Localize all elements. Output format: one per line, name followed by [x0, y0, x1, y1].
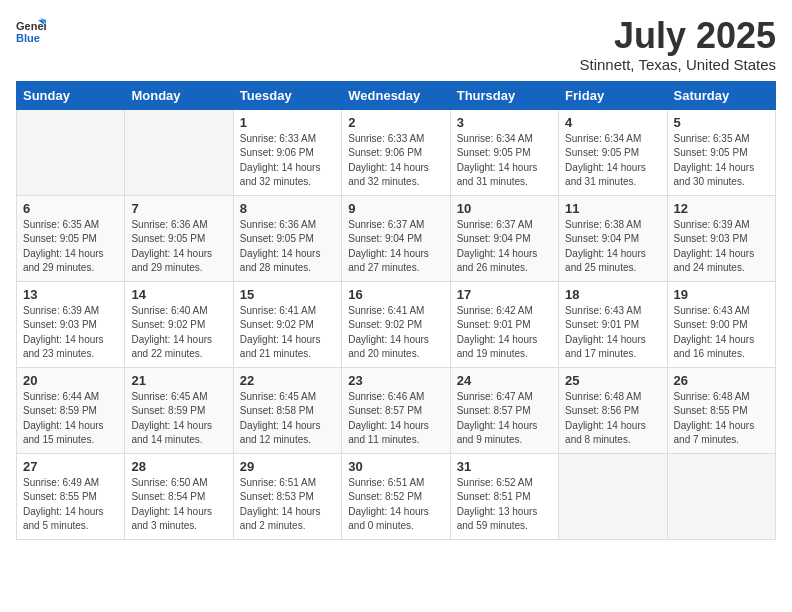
calendar-cell: 14Sunrise: 6:40 AM Sunset: 9:02 PM Dayli… [125, 281, 233, 367]
day-info: Sunrise: 6:52 AM Sunset: 8:51 PM Dayligh… [457, 476, 552, 534]
day-info: Sunrise: 6:41 AM Sunset: 9:02 PM Dayligh… [348, 304, 443, 362]
week-row-2: 6Sunrise: 6:35 AM Sunset: 9:05 PM Daylig… [17, 195, 776, 281]
day-info: Sunrise: 6:34 AM Sunset: 9:05 PM Dayligh… [565, 132, 660, 190]
day-info: Sunrise: 6:51 AM Sunset: 8:52 PM Dayligh… [348, 476, 443, 534]
calendar-cell: 13Sunrise: 6:39 AM Sunset: 9:03 PM Dayli… [17, 281, 125, 367]
day-number: 12 [674, 201, 769, 216]
week-row-5: 27Sunrise: 6:49 AM Sunset: 8:55 PM Dayli… [17, 453, 776, 539]
day-number: 18 [565, 287, 660, 302]
calendar-cell [125, 109, 233, 195]
day-number: 4 [565, 115, 660, 130]
calendar-cell: 24Sunrise: 6:47 AM Sunset: 8:57 PM Dayli… [450, 367, 558, 453]
day-number: 8 [240, 201, 335, 216]
day-number: 5 [674, 115, 769, 130]
weekday-tuesday: Tuesday [233, 81, 341, 109]
logo: General Blue [16, 16, 46, 46]
calendar-cell: 26Sunrise: 6:48 AM Sunset: 8:55 PM Dayli… [667, 367, 775, 453]
day-number: 23 [348, 373, 443, 388]
calendar-cell: 18Sunrise: 6:43 AM Sunset: 9:01 PM Dayli… [559, 281, 667, 367]
day-info: Sunrise: 6:48 AM Sunset: 8:55 PM Dayligh… [674, 390, 769, 448]
svg-text:Blue: Blue [16, 32, 40, 44]
day-number: 25 [565, 373, 660, 388]
day-info: Sunrise: 6:40 AM Sunset: 9:02 PM Dayligh… [131, 304, 226, 362]
location-title: Stinnett, Texas, United States [579, 56, 776, 73]
calendar-cell: 6Sunrise: 6:35 AM Sunset: 9:05 PM Daylig… [17, 195, 125, 281]
day-info: Sunrise: 6:41 AM Sunset: 9:02 PM Dayligh… [240, 304, 335, 362]
day-info: Sunrise: 6:35 AM Sunset: 9:05 PM Dayligh… [23, 218, 118, 276]
week-row-1: 1Sunrise: 6:33 AM Sunset: 9:06 PM Daylig… [17, 109, 776, 195]
calendar-cell: 8Sunrise: 6:36 AM Sunset: 9:05 PM Daylig… [233, 195, 341, 281]
calendar-cell: 25Sunrise: 6:48 AM Sunset: 8:56 PM Dayli… [559, 367, 667, 453]
day-number: 11 [565, 201, 660, 216]
calendar-cell [559, 453, 667, 539]
calendar-cell: 1Sunrise: 6:33 AM Sunset: 9:06 PM Daylig… [233, 109, 341, 195]
day-number: 13 [23, 287, 118, 302]
day-number: 21 [131, 373, 226, 388]
calendar-cell: 9Sunrise: 6:37 AM Sunset: 9:04 PM Daylig… [342, 195, 450, 281]
calendar-cell: 20Sunrise: 6:44 AM Sunset: 8:59 PM Dayli… [17, 367, 125, 453]
day-number: 19 [674, 287, 769, 302]
day-info: Sunrise: 6:47 AM Sunset: 8:57 PM Dayligh… [457, 390, 552, 448]
day-number: 27 [23, 459, 118, 474]
day-number: 26 [674, 373, 769, 388]
title-area: July 2025 Stinnett, Texas, United States [579, 16, 776, 73]
calendar-cell: 27Sunrise: 6:49 AM Sunset: 8:55 PM Dayli… [17, 453, 125, 539]
day-info: Sunrise: 6:49 AM Sunset: 8:55 PM Dayligh… [23, 476, 118, 534]
calendar-cell: 23Sunrise: 6:46 AM Sunset: 8:57 PM Dayli… [342, 367, 450, 453]
calendar-cell: 28Sunrise: 6:50 AM Sunset: 8:54 PM Dayli… [125, 453, 233, 539]
day-info: Sunrise: 6:48 AM Sunset: 8:56 PM Dayligh… [565, 390, 660, 448]
day-info: Sunrise: 6:44 AM Sunset: 8:59 PM Dayligh… [23, 390, 118, 448]
day-info: Sunrise: 6:51 AM Sunset: 8:53 PM Dayligh… [240, 476, 335, 534]
day-number: 22 [240, 373, 335, 388]
day-info: Sunrise: 6:33 AM Sunset: 9:06 PM Dayligh… [240, 132, 335, 190]
weekday-sunday: Sunday [17, 81, 125, 109]
calendar-cell: 22Sunrise: 6:45 AM Sunset: 8:58 PM Dayli… [233, 367, 341, 453]
weekday-monday: Monday [125, 81, 233, 109]
day-number: 7 [131, 201, 226, 216]
calendar-cell: 17Sunrise: 6:42 AM Sunset: 9:01 PM Dayli… [450, 281, 558, 367]
day-info: Sunrise: 6:36 AM Sunset: 9:05 PM Dayligh… [240, 218, 335, 276]
day-info: Sunrise: 6:38 AM Sunset: 9:04 PM Dayligh… [565, 218, 660, 276]
weekday-header-row: SundayMondayTuesdayWednesdayThursdayFrid… [17, 81, 776, 109]
day-number: 30 [348, 459, 443, 474]
day-info: Sunrise: 6:39 AM Sunset: 9:03 PM Dayligh… [674, 218, 769, 276]
day-number: 6 [23, 201, 118, 216]
day-number: 29 [240, 459, 335, 474]
day-info: Sunrise: 6:37 AM Sunset: 9:04 PM Dayligh… [348, 218, 443, 276]
calendar-cell [667, 453, 775, 539]
day-number: 15 [240, 287, 335, 302]
month-title: July 2025 [579, 16, 776, 56]
day-number: 24 [457, 373, 552, 388]
calendar-cell: 3Sunrise: 6:34 AM Sunset: 9:05 PM Daylig… [450, 109, 558, 195]
calendar-cell: 2Sunrise: 6:33 AM Sunset: 9:06 PM Daylig… [342, 109, 450, 195]
calendar-cell: 10Sunrise: 6:37 AM Sunset: 9:04 PM Dayli… [450, 195, 558, 281]
day-info: Sunrise: 6:50 AM Sunset: 8:54 PM Dayligh… [131, 476, 226, 534]
calendar-cell: 12Sunrise: 6:39 AM Sunset: 9:03 PM Dayli… [667, 195, 775, 281]
day-number: 17 [457, 287, 552, 302]
day-info: Sunrise: 6:36 AM Sunset: 9:05 PM Dayligh… [131, 218, 226, 276]
day-info: Sunrise: 6:35 AM Sunset: 9:05 PM Dayligh… [674, 132, 769, 190]
weekday-wednesday: Wednesday [342, 81, 450, 109]
calendar-cell: 11Sunrise: 6:38 AM Sunset: 9:04 PM Dayli… [559, 195, 667, 281]
day-number: 1 [240, 115, 335, 130]
calendar-cell: 5Sunrise: 6:35 AM Sunset: 9:05 PM Daylig… [667, 109, 775, 195]
day-info: Sunrise: 6:43 AM Sunset: 9:01 PM Dayligh… [565, 304, 660, 362]
day-number: 14 [131, 287, 226, 302]
day-info: Sunrise: 6:34 AM Sunset: 9:05 PM Dayligh… [457, 132, 552, 190]
calendar-cell [17, 109, 125, 195]
day-info: Sunrise: 6:37 AM Sunset: 9:04 PM Dayligh… [457, 218, 552, 276]
day-number: 2 [348, 115, 443, 130]
logo-icon: General Blue [16, 16, 46, 46]
calendar-cell: 4Sunrise: 6:34 AM Sunset: 9:05 PM Daylig… [559, 109, 667, 195]
calendar-cell: 21Sunrise: 6:45 AM Sunset: 8:59 PM Dayli… [125, 367, 233, 453]
week-row-4: 20Sunrise: 6:44 AM Sunset: 8:59 PM Dayli… [17, 367, 776, 453]
day-number: 16 [348, 287, 443, 302]
header: General Blue July 2025 Stinnett, Texas, … [16, 16, 776, 73]
day-number: 9 [348, 201, 443, 216]
weekday-thursday: Thursday [450, 81, 558, 109]
day-info: Sunrise: 6:46 AM Sunset: 8:57 PM Dayligh… [348, 390, 443, 448]
calendar-cell: 7Sunrise: 6:36 AM Sunset: 9:05 PM Daylig… [125, 195, 233, 281]
day-number: 28 [131, 459, 226, 474]
calendar-cell: 29Sunrise: 6:51 AM Sunset: 8:53 PM Dayli… [233, 453, 341, 539]
day-number: 20 [23, 373, 118, 388]
